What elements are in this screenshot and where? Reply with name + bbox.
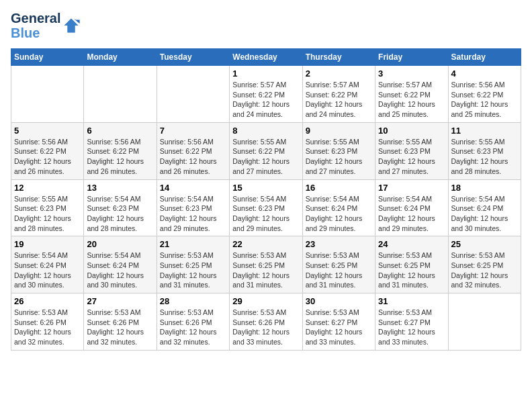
day-info: Sunrise: 5:53 AM Sunset: 6:25 PM Dayligh… bbox=[451, 250, 518, 290]
day-number: 28 bbox=[160, 296, 226, 306]
calendar-cell: 3Sunrise: 5:57 AM Sunset: 6:22 PM Daylig… bbox=[375, 66, 448, 123]
calendar-cell: 15Sunrise: 5:54 AM Sunset: 6:23 PM Dayli… bbox=[230, 179, 302, 236]
day-number: 21 bbox=[160, 239, 226, 249]
calendar-cell: 9Sunrise: 5:55 AM Sunset: 6:23 PM Daylig… bbox=[302, 122, 375, 179]
day-info: Sunrise: 5:54 AM Sunset: 6:24 PM Dayligh… bbox=[87, 250, 153, 290]
day-info: Sunrise: 5:54 AM Sunset: 6:23 PM Dayligh… bbox=[232, 194, 299, 234]
day-info: Sunrise: 5:53 AM Sunset: 6:27 PM Dayligh… bbox=[378, 308, 445, 347]
day-info: Sunrise: 5:54 AM Sunset: 6:23 PM Dayligh… bbox=[87, 194, 153, 234]
day-number: 6 bbox=[87, 126, 153, 136]
day-info: Sunrise: 5:56 AM Sunset: 6:22 PM Dayligh… bbox=[160, 137, 226, 177]
day-number: 13 bbox=[87, 183, 153, 193]
calendar-cell: 14Sunrise: 5:54 AM Sunset: 6:23 PM Dayli… bbox=[157, 179, 229, 236]
calendar-cell: 26Sunrise: 5:53 AM Sunset: 6:26 PM Dayli… bbox=[11, 293, 84, 351]
day-number: 12 bbox=[14, 183, 81, 193]
day-number: 17 bbox=[378, 183, 445, 193]
calendar-cell: 31Sunrise: 5:53 AM Sunset: 6:27 PM Dayli… bbox=[375, 293, 448, 351]
day-number: 14 bbox=[160, 183, 226, 193]
day-info: Sunrise: 5:53 AM Sunset: 6:26 PM Dayligh… bbox=[160, 308, 226, 347]
calendar-cell: 5Sunrise: 5:56 AM Sunset: 6:22 PM Daylig… bbox=[11, 122, 84, 179]
day-info: Sunrise: 5:53 AM Sunset: 6:25 PM Dayligh… bbox=[378, 250, 445, 290]
logo-icon bbox=[62, 16, 81, 35]
day-number: 7 bbox=[160, 126, 226, 136]
calendar-cell: 27Sunrise: 5:53 AM Sunset: 6:26 PM Dayli… bbox=[84, 293, 157, 351]
day-number: 9 bbox=[306, 126, 372, 136]
logo-text: GeneralBlue bbox=[11, 11, 60, 40]
day-info: Sunrise: 5:54 AM Sunset: 6:24 PM Dayligh… bbox=[306, 194, 372, 234]
col-header-wednesday: Wednesday bbox=[230, 49, 302, 66]
calendar-cell: 8Sunrise: 5:55 AM Sunset: 6:22 PM Daylig… bbox=[230, 122, 302, 179]
calendar-cell: 6Sunrise: 5:56 AM Sunset: 6:22 PM Daylig… bbox=[84, 122, 157, 179]
day-number: 1 bbox=[232, 68, 299, 79]
calendar-cell: 30Sunrise: 5:53 AM Sunset: 6:27 PM Dayli… bbox=[302, 293, 375, 351]
day-info: Sunrise: 5:54 AM Sunset: 6:24 PM Dayligh… bbox=[378, 194, 445, 234]
day-number: 24 bbox=[378, 239, 445, 249]
calendar-cell bbox=[157, 66, 229, 123]
day-info: Sunrise: 5:57 AM Sunset: 6:22 PM Dayligh… bbox=[378, 80, 445, 120]
day-info: Sunrise: 5:53 AM Sunset: 6:26 PM Dayligh… bbox=[87, 308, 153, 347]
calendar-cell: 16Sunrise: 5:54 AM Sunset: 6:24 PM Dayli… bbox=[302, 179, 375, 236]
calendar-cell: 4Sunrise: 5:56 AM Sunset: 6:22 PM Daylig… bbox=[448, 66, 521, 123]
calendar-cell: 11Sunrise: 5:55 AM Sunset: 6:23 PM Dayli… bbox=[448, 122, 521, 179]
day-number: 3 bbox=[378, 68, 445, 79]
col-header-friday: Friday bbox=[375, 49, 448, 66]
day-info: Sunrise: 5:53 AM Sunset: 6:25 PM Dayligh… bbox=[232, 250, 299, 290]
day-info: Sunrise: 5:57 AM Sunset: 6:22 PM Dayligh… bbox=[232, 80, 299, 120]
day-number: 27 bbox=[87, 296, 153, 306]
day-number: 5 bbox=[14, 126, 81, 136]
calendar-table: SundayMondayTuesdayWednesdayThursdayFrid… bbox=[11, 48, 521, 351]
calendar-cell: 23Sunrise: 5:53 AM Sunset: 6:25 PM Dayli… bbox=[302, 236, 375, 293]
day-info: Sunrise: 5:54 AM Sunset: 6:23 PM Dayligh… bbox=[160, 194, 226, 234]
calendar-cell bbox=[84, 66, 157, 123]
logo: GeneralBlue bbox=[11, 11, 81, 40]
col-header-monday: Monday bbox=[84, 49, 157, 66]
calendar-cell: 25Sunrise: 5:53 AM Sunset: 6:25 PM Dayli… bbox=[448, 236, 521, 293]
col-header-thursday: Thursday bbox=[302, 49, 375, 66]
calendar-cell: 20Sunrise: 5:54 AM Sunset: 6:24 PM Dayli… bbox=[84, 236, 157, 293]
day-info: Sunrise: 5:54 AM Sunset: 6:24 PM Dayligh… bbox=[14, 250, 81, 290]
day-number: 11 bbox=[451, 126, 518, 136]
day-info: Sunrise: 5:55 AM Sunset: 6:23 PM Dayligh… bbox=[306, 137, 372, 177]
calendar-cell: 1Sunrise: 5:57 AM Sunset: 6:22 PM Daylig… bbox=[230, 66, 302, 123]
day-number: 18 bbox=[451, 183, 518, 193]
day-info: Sunrise: 5:55 AM Sunset: 6:23 PM Dayligh… bbox=[378, 137, 445, 177]
calendar-cell: 7Sunrise: 5:56 AM Sunset: 6:22 PM Daylig… bbox=[157, 122, 229, 179]
day-info: Sunrise: 5:53 AM Sunset: 6:25 PM Dayligh… bbox=[306, 250, 372, 290]
day-number: 29 bbox=[232, 296, 299, 306]
calendar-cell: 21Sunrise: 5:53 AM Sunset: 6:25 PM Dayli… bbox=[157, 236, 229, 293]
day-number: 15 bbox=[232, 183, 299, 193]
page-header: GeneralBlue bbox=[11, 11, 521, 40]
calendar-cell: 2Sunrise: 5:57 AM Sunset: 6:22 PM Daylig… bbox=[302, 66, 375, 123]
day-info: Sunrise: 5:53 AM Sunset: 6:27 PM Dayligh… bbox=[306, 308, 372, 347]
day-number: 10 bbox=[378, 126, 445, 136]
day-info: Sunrise: 5:57 AM Sunset: 6:22 PM Dayligh… bbox=[306, 80, 372, 120]
calendar-cell: 29Sunrise: 5:53 AM Sunset: 6:26 PM Dayli… bbox=[230, 293, 302, 351]
day-number: 4 bbox=[451, 68, 518, 79]
calendar-cell: 13Sunrise: 5:54 AM Sunset: 6:23 PM Dayli… bbox=[84, 179, 157, 236]
calendar-cell: 18Sunrise: 5:54 AM Sunset: 6:24 PM Dayli… bbox=[448, 179, 521, 236]
day-info: Sunrise: 5:55 AM Sunset: 6:23 PM Dayligh… bbox=[14, 194, 81, 234]
day-number: 19 bbox=[14, 239, 81, 249]
col-header-tuesday: Tuesday bbox=[157, 49, 229, 66]
calendar-cell: 22Sunrise: 5:53 AM Sunset: 6:25 PM Dayli… bbox=[230, 236, 302, 293]
calendar-cell: 24Sunrise: 5:53 AM Sunset: 6:25 PM Dayli… bbox=[375, 236, 448, 293]
day-info: Sunrise: 5:54 AM Sunset: 6:24 PM Dayligh… bbox=[451, 194, 518, 234]
day-info: Sunrise: 5:55 AM Sunset: 6:22 PM Dayligh… bbox=[232, 137, 299, 177]
calendar-cell: 17Sunrise: 5:54 AM Sunset: 6:24 PM Dayli… bbox=[375, 179, 448, 236]
day-number: 25 bbox=[451, 239, 518, 249]
col-header-sunday: Sunday bbox=[11, 49, 84, 66]
day-number: 8 bbox=[232, 126, 299, 136]
day-number: 20 bbox=[87, 239, 153, 249]
day-info: Sunrise: 5:55 AM Sunset: 6:23 PM Dayligh… bbox=[451, 137, 518, 177]
day-number: 23 bbox=[306, 239, 372, 249]
day-info: Sunrise: 5:53 AM Sunset: 6:26 PM Dayligh… bbox=[14, 308, 81, 347]
calendar-cell: 19Sunrise: 5:54 AM Sunset: 6:24 PM Dayli… bbox=[11, 236, 84, 293]
calendar-cell: 12Sunrise: 5:55 AM Sunset: 6:23 PM Dayli… bbox=[11, 179, 84, 236]
calendar-cell bbox=[11, 66, 84, 123]
day-info: Sunrise: 5:56 AM Sunset: 6:22 PM Dayligh… bbox=[14, 137, 81, 177]
day-number: 16 bbox=[306, 183, 372, 193]
day-info: Sunrise: 5:53 AM Sunset: 6:25 PM Dayligh… bbox=[160, 250, 226, 290]
day-number: 22 bbox=[232, 239, 299, 249]
day-number: 2 bbox=[306, 68, 372, 79]
col-header-saturday: Saturday bbox=[448, 49, 521, 66]
